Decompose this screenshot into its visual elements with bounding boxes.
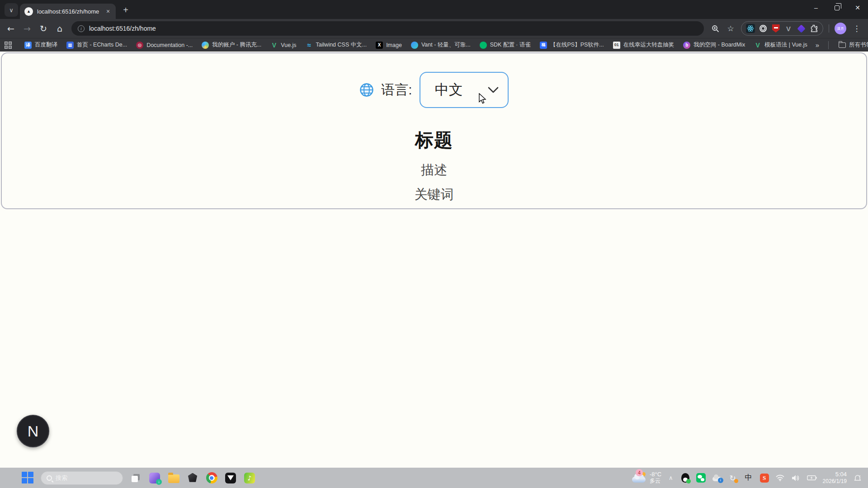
bookmark-item[interactable]: b我的空间 - BoardMix [679, 40, 749, 50]
new-tab-button[interactable]: + [119, 4, 132, 16]
vant-icon [411, 42, 418, 49]
bookmark-item[interactable]: 01在线幸运大转盘抽奖 [609, 40, 678, 50]
language-row: 语言: 中文 [2, 72, 866, 108]
cloud-drive-tray-app[interactable] [712, 473, 722, 483]
wechat-tray-app[interactable] [696, 473, 706, 483]
bookmark-item[interactable]: ≈Tailwind CSS 中文... [302, 40, 371, 50]
taskbar-clock[interactable]: 5:04 2026/1/19 [823, 471, 847, 485]
vue-devtools-extension[interactable]: V [783, 23, 793, 33]
file-explorer-app[interactable] [167, 472, 180, 484]
browser-tab-active[interactable]: ▲ localhost:6516/zh/home × [20, 4, 116, 19]
minimize-button[interactable]: – [806, 0, 826, 15]
tab-search-button[interactable]: ∨ [5, 3, 18, 17]
bookmark-item[interactable]: ▦首页 - ECharts De... [63, 40, 131, 50]
taskbar-search[interactable]: 搜索 [41, 471, 123, 485]
close-button[interactable]: ✕ [847, 0, 868, 15]
language-select[interactable]: 中文 [420, 72, 509, 108]
music-app[interactable]: ♪ [243, 472, 256, 484]
wifi-icon [776, 474, 784, 481]
sogou-tray-app[interactable]: S [760, 473, 769, 483]
back-button[interactable]: ← [4, 21, 18, 36]
bookmark-item[interactable]: V模板语法 | Vue.js [750, 40, 811, 50]
gem-icon [188, 473, 198, 483]
chevron-down-icon: ∨ [9, 7, 14, 14]
bookmark-item[interactable]: VVue.js [267, 40, 300, 50]
wifi-status[interactable] [775, 473, 785, 483]
volume-status[interactable] [791, 473, 801, 483]
sync-status-dot [734, 479, 738, 483]
zoom-button[interactable] [708, 22, 722, 35]
bookmark-item[interactable]: 稿【在线PS】PS软件... [536, 40, 608, 50]
battery-status[interactable] [807, 473, 817, 483]
dark-media-app[interactable] [224, 472, 237, 484]
notification-center-button[interactable]: z [853, 473, 863, 483]
bookmark-item[interactable]: SDK 配置 · 语雀 [476, 40, 534, 50]
profile-avatar[interactable]: 满月 [835, 23, 846, 34]
language-label: 语言: [381, 81, 412, 99]
cloud-info-icon [712, 477, 722, 481]
echarts-icon: ▦ [66, 42, 74, 49]
tencent-icon [202, 42, 209, 49]
bookmark-item[interactable]: 我的账户 - 腾讯充... [198, 40, 265, 50]
bookmark-item[interactable]: XImage [372, 40, 406, 50]
forward-button[interactable]: → [20, 21, 34, 36]
react-devtools-extension[interactable] [745, 23, 755, 33]
url-text[interactable]: localhost:6516/zh/home [89, 25, 156, 32]
star-icon: ☆ [727, 24, 734, 33]
all-bookmarks-button[interactable]: 所有书签 [835, 40, 868, 50]
task-view-button[interactable] [129, 472, 142, 484]
weather-widget[interactable]: 4 -8°C 多云 [632, 471, 661, 484]
bookmark-item[interactable]: Vant - 轻量、可靠... [407, 40, 474, 50]
download-manager-app[interactable]: ↓ [148, 472, 161, 484]
sync-tray-app[interactable]: ↻ [728, 473, 738, 483]
bookmark-item[interactable]: 译百度翻译 [21, 40, 61, 50]
clock-time: 5:04 [823, 471, 847, 478]
reload-button[interactable]: ↻ [36, 21, 51, 36]
chrome-icon [206, 472, 217, 483]
home-button[interactable]: ⌂ [52, 21, 67, 36]
bookmark-label: Documentation -... [146, 42, 193, 48]
restore-button[interactable] [826, 0, 847, 15]
bookmarks-overflow-button[interactable]: » [813, 41, 822, 49]
chrome-app[interactable] [205, 472, 218, 484]
search-placeholder: 搜索 [56, 474, 67, 482]
search-icon [47, 475, 52, 481]
bookmarks-bar: 译百度翻译 ▦首页 - ECharts De... ◎Documentation… [0, 38, 868, 52]
diamond-icon [797, 24, 805, 33]
tab-close-icon[interactable]: × [104, 7, 112, 15]
dark-gem-app[interactable] [186, 472, 199, 484]
browser-tabstrip: ∨ ▲ localhost:6516/zh/home × + – ✕ [0, 0, 868, 19]
site-info-icon[interactable]: i [78, 25, 85, 32]
windows-taskbar: 搜索 ↓ ♪ 4 -8°C 多云 ∧ ↻ 中 S [0, 468, 868, 488]
notification-bell-icon: z [854, 474, 862, 482]
address-bar[interactable]: i localhost:6516/zh/home [71, 21, 704, 36]
bookmark-item[interactable]: ◎Documentation -... [132, 40, 196, 50]
recorder-extension[interactable] [758, 23, 768, 33]
window-controls: – ✕ [806, 0, 868, 15]
purple-extension[interactable] [796, 23, 806, 33]
tray-expand-button[interactable]: ∧ [667, 474, 675, 481]
ime-indicator[interactable]: 中 [744, 473, 754, 483]
reload-icon: ↻ [40, 23, 47, 33]
adblock-extension[interactable] [771, 23, 781, 33]
taskbar-left: 搜索 ↓ ♪ [0, 471, 256, 485]
content-card: 语言: 中文 标题 描述 关键词 [1, 52, 867, 209]
bookmark-star-button[interactable]: ☆ [724, 22, 737, 35]
bookmarks-divider [828, 41, 829, 49]
tailwind-icon: ≈ [306, 42, 313, 49]
start-button[interactable] [22, 472, 34, 484]
globe-icon [359, 83, 374, 97]
shield-minus-icon [772, 24, 780, 33]
extensions-menu-button[interactable] [809, 23, 819, 33]
weather-condition: 多云 [650, 478, 661, 484]
qq-tray-app[interactable] [680, 473, 690, 483]
browser-menu-button[interactable]: ⋮ [850, 22, 863, 35]
bookmark-label: 首页 - ECharts De... [77, 41, 127, 49]
yuque-icon [480, 42, 487, 49]
folder-icon [839, 42, 846, 48]
puzzle-icon [810, 24, 818, 33]
gaoding-ps-icon: 稿 [540, 42, 547, 49]
apps-grid-icon[interactable] [5, 42, 12, 49]
devtools-floating-button[interactable]: N [17, 415, 49, 447]
file-explorer-icon [168, 474, 179, 483]
